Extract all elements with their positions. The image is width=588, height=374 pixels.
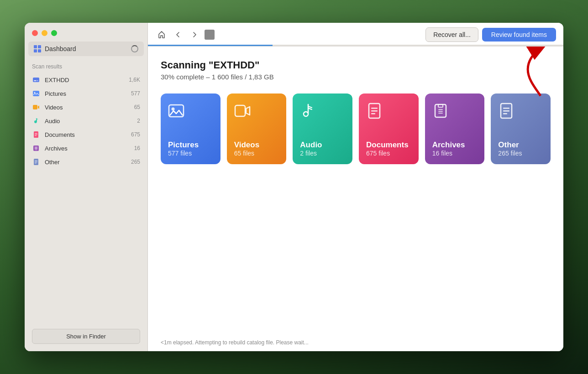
close-button[interactable] [32, 30, 38, 36]
svg-rect-17 [35, 162, 37, 162]
svg-rect-13 [35, 148, 37, 149]
card-audio[interactable]: Audio 2 files [293, 94, 352, 164]
videos-card-name: Videos [234, 140, 279, 150]
archives-card-icon [432, 103, 478, 121]
sidebar-item-archives-count: 16 [134, 145, 140, 151]
forward-button[interactable] [188, 28, 201, 41]
sidebar-item-videos-count: 65 [134, 104, 140, 110]
archives-card-info: Archives 16 files [432, 140, 478, 157]
sidebar-footer: Show in Finder [25, 322, 147, 351]
sidebar-item-exthdd-count: 1,6K [129, 77, 140, 83]
sidebar-item-other-count: 265 [131, 159, 140, 165]
svg-rect-31 [438, 111, 443, 112]
svg-rect-20 [169, 105, 184, 117]
svg-point-4 [34, 92, 36, 94]
svg-rect-22 [235, 105, 245, 116]
back-button[interactable] [172, 28, 184, 41]
maximize-button[interactable] [51, 30, 57, 36]
scan-results-label: Scan results [25, 56, 147, 73]
recover-all-button[interactable]: Recover all... [425, 27, 478, 42]
videos-card-info: Videos 65 files [234, 140, 279, 157]
videos-card-icon [234, 103, 279, 121]
audio-icon [32, 117, 40, 125]
svg-rect-10 [35, 135, 37, 136]
sidebar-item-audio[interactable]: Audio 2 [28, 114, 144, 127]
other-card-icon [498, 103, 543, 121]
card-other[interactable]: Other 265 files [491, 94, 551, 164]
archives-card-count: 16 files [432, 150, 478, 157]
svg-rect-6 [36, 118, 37, 122]
scanning-subtitle: 30% complete – 1 600 files / 1,83 GB [161, 73, 551, 81]
card-archives[interactable]: Archives 16 files [425, 94, 485, 164]
status-text: <1m elapsed. Attempting to rebuild catal… [161, 339, 309, 346]
loading-spinner [131, 45, 138, 52]
card-videos[interactable]: Videos 65 files [227, 94, 287, 164]
audio-card-count: 2 files [300, 150, 345, 157]
svg-rect-3 [33, 91, 39, 96]
documents-card-name: Documents [366, 140, 411, 150]
pictures-card-name: Pictures [168, 140, 213, 150]
svg-rect-36 [503, 113, 507, 114]
progress-bar-fill [148, 45, 273, 46]
sidebar-item-other-label: Other [45, 159, 126, 166]
home-button[interactable] [155, 28, 168, 41]
back-icon [175, 31, 181, 38]
sidebar: Dashboard Scan results EXTHDD 1,6K [25, 23, 148, 351]
archives-card-name: Archives [432, 140, 478, 150]
svg-rect-1 [34, 80, 37, 81]
svg-rect-27 [371, 113, 375, 114]
forward-icon [191, 31, 198, 38]
sidebar-item-videos[interactable]: Videos 65 [28, 101, 144, 114]
svg-rect-16 [35, 161, 37, 161]
stop-button[interactable] [205, 30, 215, 40]
dashboard-item[interactable]: Dashboard [28, 42, 144, 56]
pictures-card-icon [168, 103, 213, 121]
main-window: Dashboard Scan results EXTHDD 1,6K [25, 23, 563, 351]
svg-rect-18 [35, 163, 37, 163]
other-card-count: 265 files [498, 150, 543, 157]
videos-icon [32, 103, 40, 111]
sidebar-item-documents-count: 675 [131, 131, 140, 138]
svg-rect-8 [35, 133, 37, 134]
sidebar-item-archives-label: Archives [45, 145, 130, 152]
svg-point-2 [37, 80, 38, 81]
window-controls [25, 23, 147, 42]
sidebar-item-documents[interactable]: Documents 675 [28, 128, 144, 141]
svg-rect-26 [371, 110, 378, 112]
show-in-finder-button[interactable]: Show in Finder [32, 329, 140, 344]
sidebar-item-pictures[interactable]: Pictures 577 [28, 87, 144, 100]
card-documents[interactable]: Documents 675 files [359, 94, 419, 164]
sidebar-item-archives[interactable]: Archives 16 [28, 142, 144, 155]
svg-rect-35 [503, 110, 509, 112]
documents-card-count: 675 files [366, 150, 411, 157]
svg-point-23 [304, 112, 308, 116]
documents-card-info: Documents 675 files [366, 140, 411, 157]
other-icon [32, 158, 40, 166]
pictures-card-count: 577 files [168, 150, 213, 157]
hdd-icon [32, 76, 40, 84]
other-card-name: Other [498, 140, 543, 150]
svg-rect-9 [35, 135, 37, 135]
svg-rect-12 [35, 147, 37, 148]
minimize-button[interactable] [42, 30, 47, 36]
sidebar-item-exthdd[interactable]: EXTHDD 1,6K [28, 73, 144, 86]
svg-point-21 [172, 108, 175, 111]
toolbar: Recover all... Review found items [148, 23, 563, 47]
sidebar-item-pictures-count: 577 [131, 90, 140, 97]
videos-card-count: 65 files [234, 150, 279, 157]
svg-rect-34 [503, 108, 509, 109]
sidebar-item-videos-label: Videos [45, 104, 130, 111]
pictures-icon [32, 89, 40, 98]
card-pictures[interactable]: Pictures 577 files [161, 94, 220, 164]
review-found-items-button[interactable]: Review found items [482, 28, 556, 42]
sidebar-item-audio-count: 2 [137, 118, 140, 124]
sidebar-item-exthdd-label: EXTHDD [45, 77, 124, 83]
documents-icon [32, 130, 40, 139]
dashboard-label: Dashboard [45, 45, 127, 52]
svg-rect-29 [438, 104, 443, 107]
svg-rect-32 [438, 113, 443, 114]
file-cards-container: Pictures 577 files Videos 65 files [161, 94, 551, 164]
scanning-title: Scanning "EXTHDD" [161, 59, 551, 71]
pictures-card-info: Pictures 577 files [168, 140, 213, 157]
sidebar-item-other[interactable]: Other 265 [28, 156, 144, 168]
